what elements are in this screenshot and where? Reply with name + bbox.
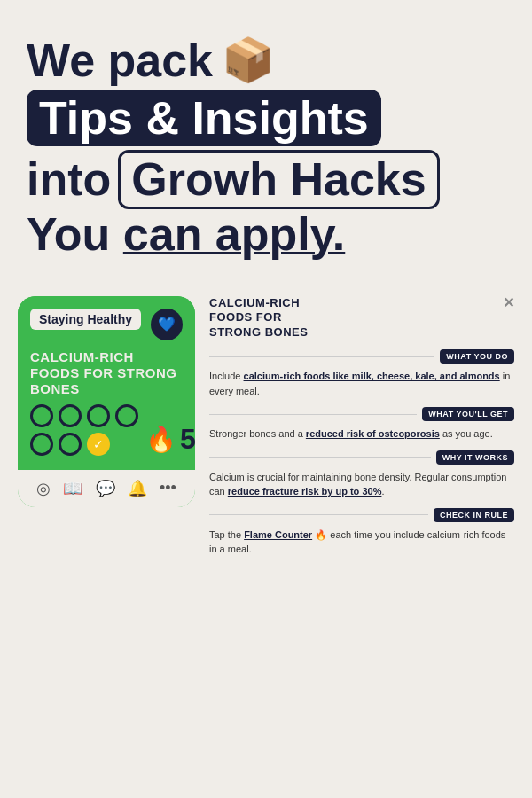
section-divider-1: WHAT YOU DO — [209, 349, 514, 364]
divider-line-2 — [209, 414, 417, 415]
dot-6[interactable] — [59, 433, 82, 456]
section-divider-4: CHECK IN RULE — [209, 508, 514, 522]
hero-line1-text: We pack — [27, 35, 213, 86]
you-text: You — [27, 208, 123, 260]
calcium-foods-link: calcium-rich foods like milk, cheese, ka… — [244, 371, 500, 381]
dots-grid: ✓ — [30, 404, 138, 456]
right-panel: CALCIUM-RICH FOODS FOR STRONG BONES ✕ WH… — [195, 296, 514, 560]
hero-line3-prefix: into — [27, 154, 111, 205]
divider-line-1 — [209, 356, 434, 357]
check-in-rule-label: CHECK IN RULE — [434, 508, 514, 522]
what-youll-get-label: WHAT YOU'LL GET — [422, 407, 514, 421]
hero-line4: You can apply. — [27, 209, 505, 260]
card-title: CALCIUM-RICH FOODS FOR STRONG BONES — [18, 340, 195, 404]
hero-line2: Tips & Insights — [27, 90, 381, 146]
health-card: Staying Healthy 💙 CALCIUM-RICH FOODS FOR… — [18, 296, 195, 507]
dot-3[interactable] — [87, 404, 110, 427]
what-youll-get-text: Stronger bones and a reduced risk of ost… — [209, 426, 514, 442]
fracture-risk-link: reduce fracture risk by up to 30% — [228, 486, 382, 497]
heart-icon: 💙 — [151, 309, 183, 340]
content-area: Staying Healthy 💙 CALCIUM-RICH FOODS FOR… — [0, 278, 532, 578]
section-divider-3: WHY IT WORKS — [209, 450, 514, 465]
hero-line2-wrapper: Tips & Insights — [27, 86, 505, 150]
flame-number: 5 — [180, 423, 195, 456]
hero-line3: into Growh Hacks — [27, 150, 505, 209]
what-you-do-label: WHAT YOU DO — [440, 349, 514, 364]
target-icon[interactable]: ◎ — [36, 479, 51, 498]
panel-title: CALCIUM-RICH FOODS FOR STRONG BONES ✕ — [209, 296, 514, 341]
bell-icon[interactable]: 🔔 — [128, 479, 147, 498]
divider-line-4 — [209, 514, 428, 515]
staying-healthy-badge: Staying Healthy — [30, 309, 141, 330]
hero-line1: We pack 📦 — [27, 35, 505, 86]
dot-7-checked[interactable]: ✓ — [87, 433, 110, 456]
growh-hacks-box: Growh Hacks — [118, 150, 439, 209]
dot-4[interactable] — [115, 404, 138, 427]
dot-5[interactable] — [30, 433, 53, 456]
box-emoji: 📦 — [222, 37, 275, 84]
flame-counter: 🔥 5 — [145, 423, 195, 456]
book-icon[interactable]: 📖 — [63, 479, 82, 498]
dot-1[interactable] — [30, 404, 53, 427]
dot-2[interactable] — [59, 404, 82, 427]
divider-line-3 — [209, 457, 431, 458]
more-icon[interactable]: ••• — [160, 479, 176, 497]
flame-icon: 🔥 — [145, 425, 176, 454]
heart-symbol: 💙 — [158, 316, 176, 332]
card-header: Staying Healthy 💙 — [18, 296, 195, 340]
close-button[interactable]: ✕ — [503, 296, 515, 310]
card-footer: ◎ 📖 💬 🔔 ••• — [18, 470, 195, 507]
panel-title-text: CALCIUM-RICH FOODS FOR STRONG BONES — [209, 296, 333, 341]
hero-section: We pack 📦 Tips & Insights into Growh Hac… — [0, 0, 532, 278]
chat-icon[interactable]: 💬 — [96, 479, 115, 498]
section-divider-2: WHAT YOU'LL GET — [209, 407, 514, 421]
why-it-works-label: WHY IT WORKS — [436, 450, 514, 465]
what-you-do-text: Include calcium-rich foods like milk, ch… — [209, 369, 514, 398]
can-apply-text: can apply. — [123, 208, 345, 260]
osteoporosis-link: reduced risk of osteoporosis — [306, 428, 440, 439]
flame-counter-link[interactable]: Flame Counter — [244, 529, 312, 540]
check-in-rule-text: Tap the Flame Counter 🔥 each time you in… — [209, 528, 514, 557]
why-it-works-text: Calcium is crucial for maintaining bone … — [209, 470, 514, 499]
